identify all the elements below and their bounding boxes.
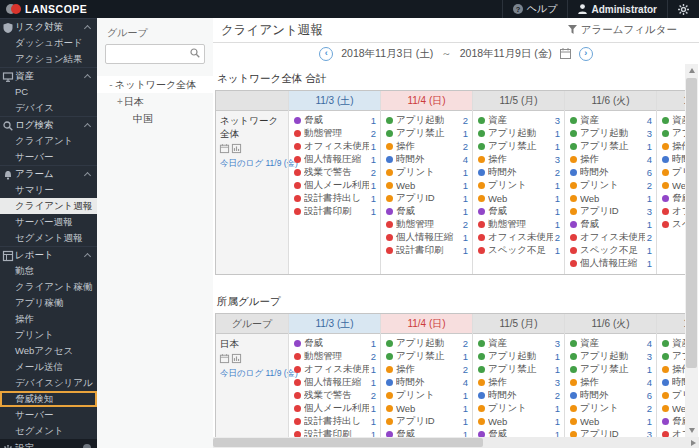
alarm-item[interactable]: 脅威1 — [473, 428, 564, 437]
sidebar-item-jp[interactable]: デバイスシリアル — [0, 375, 97, 391]
alarm-item[interactable]: Web1 — [381, 402, 472, 415]
alarm-item[interactable]: Web1 — [381, 179, 472, 192]
alarm-item[interactable]: 設計書持出し1 — [289, 192, 380, 205]
alarm-item[interactable]: 脅威 — [657, 415, 686, 428]
alarm-item[interactable]: 脅威1 — [381, 205, 472, 218]
day-column-header[interactable]: 11/7 (水) — [657, 314, 686, 334]
tree-expand-icon[interactable]: - — [107, 76, 115, 93]
day-column-header[interactable]: 11/5 (月) — [473, 314, 564, 334]
alarm-item[interactable]: 資産4 — [565, 114, 656, 127]
alarm-item[interactable]: アプリ起動1 — [473, 350, 564, 363]
alarm-item[interactable]: 個人情報圧縮1 — [381, 231, 472, 244]
alarm-item[interactable]: プリント2 — [565, 179, 656, 192]
scroll-right-icon[interactable] — [687, 437, 699, 448]
alarm-item[interactable]: 個人メール利用1 — [289, 402, 380, 415]
scroll-up-icon[interactable] — [685, 64, 698, 77]
day-column-header[interactable]: 11/3 (土) — [289, 91, 380, 111]
sidebar-item-jp[interactable]: アプリ稼働 — [0, 295, 97, 311]
group-search-input[interactable] — [106, 49, 190, 60]
alarm-item[interactable]: スペック不足 — [657, 218, 686, 231]
alarm-item[interactable]: 個人情報圧縮1 — [565, 257, 656, 270]
alarm-item[interactable]: 脅威1 — [381, 428, 472, 437]
alarm-item[interactable]: オフィス未使用2 — [565, 231, 656, 244]
alarm-item[interactable]: Web1 — [565, 415, 656, 428]
alarm-item[interactable]: アプリ禁止 — [657, 127, 686, 140]
alarm-item[interactable]: アプリ起動2 — [381, 114, 472, 127]
alarm-item[interactable]: 時間外2 — [473, 389, 564, 402]
alarm-item[interactable]: アプリ起動1 — [473, 127, 564, 140]
calendar-icon[interactable] — [220, 354, 229, 365]
alarm-item[interactable]: 時間外 — [657, 153, 686, 166]
alarm-item[interactable]: プリント2 — [565, 402, 656, 415]
alarm-item[interactable]: プリント — [657, 166, 686, 179]
alarm-item[interactable]: アプリ起動3 — [565, 350, 656, 363]
alarm-item[interactable]: Web — [657, 402, 686, 415]
alarm-item[interactable]: アプリ禁止1 — [473, 140, 564, 153]
alarm-item[interactable]: 動態管理2 — [289, 127, 380, 140]
alarm-item[interactable]: アプリ禁止 — [657, 350, 686, 363]
alarm-item[interactable]: アプリ起動2 — [381, 337, 472, 350]
alarm-filter-button[interactable]: アラームフィルター — [568, 23, 699, 37]
sidebar-item-jp[interactable]: 脅威検知 — [0, 391, 97, 407]
alarm-item[interactable]: プリント — [657, 389, 686, 402]
alarm-item[interactable]: プリント1 — [381, 389, 472, 402]
alarm-item[interactable]: 設計書印刷1 — [289, 205, 380, 218]
alarm-item[interactable]: アプリID3 — [565, 205, 656, 218]
sidebar-item-settings[interactable]: 設定 — [0, 439, 97, 448]
alarm-item[interactable]: アプリID3 — [565, 428, 656, 437]
horizontal-scrollbar-thumb[interactable] — [213, 438, 483, 447]
next-week-button[interactable]: › — [579, 47, 593, 61]
horizontal-scrollbar[interactable] — [213, 437, 699, 448]
sidebar-item-jp[interactable]: サーバー週報 — [0, 214, 97, 230]
sidebar-item-jp[interactable]: 勤怠 — [0, 263, 97, 279]
alarm-item[interactable]: 設計書印刷1 — [381, 244, 472, 257]
alarm-item[interactable]: 時間外6 — [565, 166, 656, 179]
settings-menu-button[interactable] — [667, 0, 699, 18]
tree-node[interactable]: 中国 — [97, 110, 213, 127]
calendar-icon[interactable] — [560, 48, 571, 61]
alarm-item[interactable]: Web1 — [473, 415, 564, 428]
alarm-item[interactable]: アプリ禁止1 — [473, 363, 564, 376]
today-log-link[interactable]: 今日のログ 11/9 (金) — [220, 158, 284, 170]
alarm-item[interactable]: 資産 — [657, 114, 686, 127]
alarm-item[interactable]: 操作 — [657, 363, 686, 376]
sidebar-item-jp[interactable]: セグメント — [0, 423, 97, 439]
alarm-item[interactable]: 操作 — [657, 140, 686, 153]
alarm-item[interactable]: Web — [657, 179, 686, 192]
sidebar-item-jp[interactable]: プリント — [0, 327, 97, 343]
alarm-item[interactable]: 残業で警告2 — [289, 166, 380, 179]
alarm-item[interactable]: 設計書持出し1 — [289, 415, 380, 428]
alarm-item[interactable]: 操作4 — [565, 153, 656, 166]
day-column-header[interactable]: 11/4 (日) — [381, 91, 472, 111]
alarm-item[interactable]: 時間外 — [657, 376, 686, 389]
sidebar-item-jp[interactable]: セグメント週報 — [0, 230, 97, 246]
alarm-item[interactable]: 時間外2 — [473, 166, 564, 179]
day-column-header[interactable]: 11/6 (火) — [565, 314, 656, 334]
day-column-header[interactable]: 11/3 (土) — [289, 314, 380, 334]
day-column-header[interactable]: 11/4 (日) — [381, 314, 472, 334]
scroll-down-icon[interactable] — [685, 424, 698, 437]
alarm-item[interactable]: 資産3 — [473, 337, 564, 350]
alarm-item[interactable]: オフィス未使用 — [657, 428, 686, 437]
calendar-icon[interactable] — [220, 144, 229, 155]
alarm-item[interactable]: アプリ禁止1 — [565, 140, 656, 153]
alarm-item[interactable]: スペック不足1 — [473, 244, 564, 257]
sidebar-item-jp[interactable]: ダッシュボード — [0, 35, 97, 51]
alarm-item[interactable]: 動態管理1 — [473, 218, 564, 231]
sidebar-item-jp[interactable]: 操作 — [0, 311, 97, 327]
collapse-badge-icon[interactable] — [83, 444, 91, 448]
sidebar-section-jp[interactable]: 資産 — [0, 67, 97, 84]
tree-node[interactable]: +日本 — [97, 93, 213, 110]
sidebar-item-jp[interactable]: クライアント週報 — [0, 198, 97, 214]
day-column-header[interactable]: 11/7 (水) — [657, 91, 686, 111]
today-log-link[interactable]: 今日のログ 11/9 (金) — [220, 368, 284, 380]
alarm-item[interactable]: プリント1 — [381, 166, 472, 179]
sidebar-item-jp[interactable]: サマリー — [0, 182, 97, 198]
tree-expand-icon[interactable]: + — [116, 93, 124, 110]
vertical-scrollbar-thumb[interactable] — [686, 78, 697, 368]
alarm-item[interactable]: 資産 — [657, 337, 686, 350]
alarm-item[interactable]: 個人メール利用1 — [289, 179, 380, 192]
sidebar-item-jp[interactable]: メール送信 — [0, 359, 97, 375]
chart-icon[interactable] — [232, 354, 241, 365]
group-search-box[interactable] — [105, 44, 205, 64]
